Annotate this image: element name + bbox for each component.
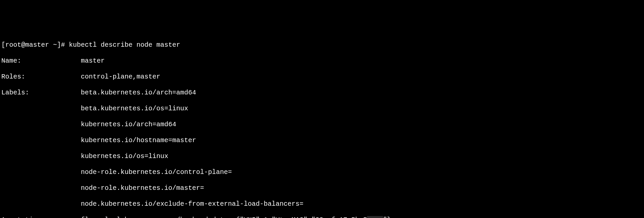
field-labels-cont: kubernetes.io/arch=amd64 xyxy=(1,121,643,129)
roles-label: Roles: xyxy=(1,73,81,81)
labels-value-4: kubernetes.io/os=linux xyxy=(81,152,168,160)
labels-value-6: node-role.kubernetes.io/master= xyxy=(81,184,204,192)
field-labels-cont: node-role.kubernetes.io/control-plane= xyxy=(1,168,643,176)
field-labels-cont: beta.kubernetes.io/os=linux xyxy=(1,105,643,113)
field-labels-cont: node.kubernetes.io/exclude-from-external… xyxy=(1,200,643,208)
name-value: master xyxy=(81,57,105,65)
field-labels: Labels:beta.kubernetes.io/arch=amd64 xyxy=(1,89,643,97)
labels-value-2: kubernetes.io/arch=amd64 xyxy=(81,121,176,129)
command-text: kubectl describe node master xyxy=(69,41,180,49)
field-annotations: Annotations:flannel.alpha.coreos.com/bac… xyxy=(1,216,643,218)
field-roles: Roles:control-plane,master xyxy=(1,73,643,81)
labels-value-5: node-role.kubernetes.io/control-plane= xyxy=(81,168,232,176)
labels-value-0: beta.kubernetes.io/arch=amd64 xyxy=(81,89,196,97)
shell-prompt: [root@master ~]# xyxy=(1,41,65,49)
labels-label: Labels: xyxy=(1,89,81,97)
field-name: Name:master xyxy=(1,57,643,65)
name-label: Name: xyxy=(1,57,81,65)
labels-value-1: beta.kubernetes.io/os=linux xyxy=(81,105,188,113)
annotation-suffix: "} xyxy=(383,216,391,218)
field-labels-cont: kubernetes.io/os=linux xyxy=(1,152,643,160)
field-labels-cont: node-role.kubernetes.io/master= xyxy=(1,184,643,192)
field-labels-cont: kubernetes.io/hostname=master xyxy=(1,136,643,144)
roles-value: control-plane,master xyxy=(81,73,160,81)
annotations-value-0: flannel.alpha.coreos.com/backend-data: {… xyxy=(81,216,367,218)
redacted-text: xxxx xyxy=(367,216,383,218)
terminal-output[interactable]: [root@master ~]# kubectl describe node m… xyxy=(1,33,643,218)
command-prompt-line: [root@master ~]# kubectl describe node m… xyxy=(1,41,643,49)
annotations-label: Annotations: xyxy=(1,216,81,218)
labels-value-3: kubernetes.io/hostname=master xyxy=(81,136,196,144)
labels-value-7: node.kubernetes.io/exclude-from-external… xyxy=(81,200,303,208)
